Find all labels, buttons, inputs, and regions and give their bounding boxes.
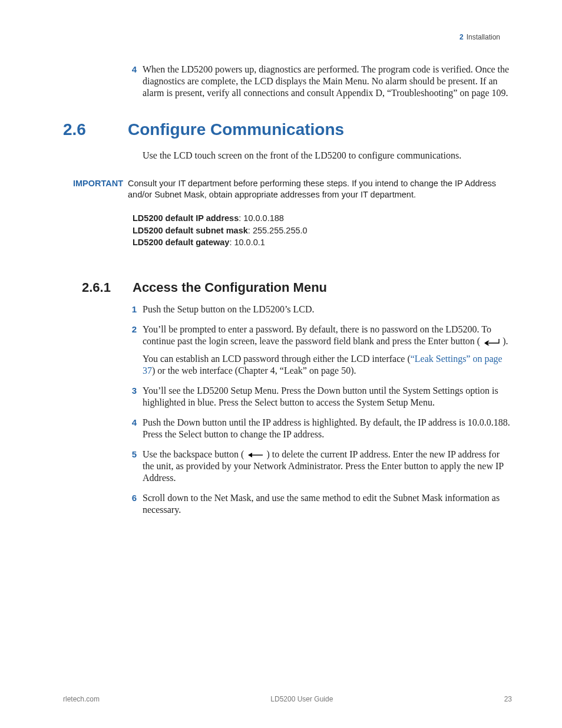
- section-number: 2.6: [63, 120, 128, 139]
- page-footer: rletech.com LD5200 User Guide 23: [63, 695, 512, 703]
- svg-marker-0: [484, 341, 488, 345]
- step-body: Scroll down to the Net Mask, and use the…: [143, 492, 512, 516]
- step-row: 2 You’ll be prompted to enter a password…: [128, 324, 512, 377]
- page: 2Installation 4 When the LD5200 powers u…: [0, 0, 562, 728]
- step-number: 2: [128, 324, 137, 377]
- default-gw-row: LD5200 default gateway: 10.0.0.1: [133, 236, 512, 248]
- step-number: 1: [128, 304, 137, 315]
- page-header: 2Installation: [459, 33, 500, 41]
- footer-center: LD5200 User Guide: [270, 695, 333, 703]
- default-mask-row: LD5200 default subnet mask: 255.255.255.…: [133, 225, 512, 236]
- subsection-number: 2.6.1: [82, 280, 133, 295]
- subsection-title: Access the Configuration Menu: [133, 280, 327, 295]
- important-label: IMPORTANT: [63, 178, 128, 200]
- step-body: When the LD5200 powers up, diagnostics a…: [143, 64, 512, 99]
- backspace-icon: [246, 452, 264, 458]
- section-heading: 2.6 Configure Communications: [63, 120, 512, 139]
- step-row: 4 Push the Down button until the IP addr…: [128, 417, 512, 440]
- section-intro: Use the LCD touch screen on the front of…: [143, 150, 512, 162]
- step-row: 3 You’ll see the LD5200 Setup Menu. Pres…: [128, 385, 512, 409]
- page-content: 4 When the LD5200 powers up, diagnostics…: [63, 64, 512, 524]
- header-chapter-num: 2: [459, 33, 464, 41]
- step-row: 6 Scroll down to the Net Mask, and use t…: [128, 492, 512, 516]
- default-ip-row: LD5200 default IP address: 10.0.0.188: [133, 212, 512, 224]
- step-body: Use the backspace button ( ) to delete t…: [143, 449, 512, 484]
- header-chapter-title: Installation: [467, 33, 500, 41]
- default-mask-label: LD5200 default subnet mask: [133, 226, 248, 235]
- step-body: Push the Setup button on the LD5200’s LC…: [143, 304, 512, 315]
- step2-p2b: ) or the web interface (Chapter 4, “Leak…: [152, 365, 356, 375]
- subsection-steps: 1 Push the Setup button on the LD5200’s …: [128, 304, 512, 516]
- step-number: 4: [128, 64, 137, 99]
- step-row: 5 Use the backspace button ( ) to delete…: [128, 449, 512, 484]
- step2-p1a: You’ll be prompted to enter a password. …: [143, 324, 491, 346]
- section-title: Configure Communications: [128, 120, 344, 139]
- default-gw-label: LD5200 default gateway: [133, 238, 229, 247]
- step2-p2a: You can establish an LCD password throug…: [143, 354, 411, 364]
- footer-page-number: 23: [504, 695, 512, 703]
- important-note: IMPORTANT Consult your IT department bef…: [63, 178, 512, 200]
- step-body: You’ll see the LD5200 Setup Menu. Press …: [143, 385, 512, 409]
- default-ip-value: : 10.0.0.188: [239, 213, 284, 223]
- svg-marker-2: [248, 453, 252, 457]
- default-ip-label: LD5200 default IP address: [133, 213, 239, 223]
- step-number: 3: [128, 385, 137, 409]
- step-number: 4: [128, 417, 137, 440]
- continuation-step: 4 When the LD5200 powers up, diagnostics…: [128, 64, 512, 99]
- enter-icon: [482, 338, 500, 345]
- step-body: Push the Down button until the IP addres…: [143, 417, 512, 440]
- default-mask-value: : 255.255.255.0: [248, 226, 308, 235]
- step-number: 6: [128, 492, 137, 516]
- subsection-heading: 2.6.1 Access the Configuration Menu: [63, 280, 512, 295]
- step-body: You’ll be prompted to enter a password. …: [143, 324, 512, 377]
- important-body: Consult your IT department before perfor…: [128, 178, 512, 200]
- defaults-block: LD5200 default IP address: 10.0.0.188 LD…: [133, 212, 512, 248]
- step2-p1b: ).: [503, 336, 508, 346]
- step-number: 5: [128, 449, 137, 484]
- default-gw-value: : 10.0.0.1: [229, 238, 265, 247]
- footer-left: rletech.com: [63, 695, 100, 703]
- step-row: 4 When the LD5200 powers up, diagnostics…: [128, 64, 512, 99]
- step-row: 1 Push the Setup button on the LD5200’s …: [128, 304, 512, 315]
- step5-pa: Use the backspace button (: [143, 449, 246, 459]
